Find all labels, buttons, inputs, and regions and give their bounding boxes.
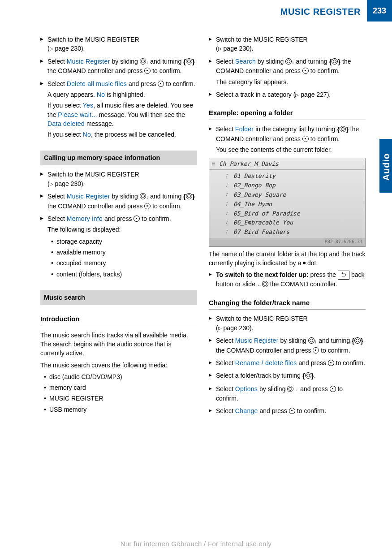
paragraph: The music search finds tracks via all av… — [40, 331, 197, 358]
section-heading-search: Music search — [40, 290, 197, 305]
step: Select Memory info and press to confirm.… — [40, 214, 197, 279]
text: and turning — [317, 337, 352, 344]
list-item: USB memory — [44, 405, 197, 414]
text: Select — [47, 193, 67, 200]
bracket-right-icon: } — [192, 58, 195, 65]
sub-text: If you select Yes, all music files are d… — [47, 101, 197, 128]
text: dot. — [306, 259, 318, 267]
folder-up-step: To switch to the next folder up: press t… — [209, 270, 366, 289]
delete-steps: Switch to the MUSIC REGISTER (▷ page 230… — [40, 35, 197, 139]
text: Switch to the MUSIC REGISTER — [47, 36, 139, 43]
step: Select a track in a category (▷ page 227… — [209, 90, 366, 99]
text: to confirm. — [140, 215, 171, 222]
text: the COMAND controller and press — [216, 347, 313, 354]
side-tab-label: Audio — [380, 151, 392, 183]
text: is highlighted. — [105, 91, 145, 98]
step: Select Music Register by sliding ↓ and t… — [209, 336, 366, 355]
controller-turn-icon — [305, 372, 311, 379]
controller-press-icon — [134, 216, 140, 222]
right-column: Switch to the MUSIC REGISTER (▷ page 230… — [209, 35, 366, 419]
folder-screenshot: Ch_Parker_M_Davis 01_Dexterity 02_Bongo … — [209, 158, 366, 246]
step: Switch to the MUSIC REGISTER (▷ page 230… — [40, 170, 197, 188]
subsection-intro: Introduction — [40, 314, 197, 326]
text: and press — [103, 215, 134, 222]
menu-text: Music Register — [67, 58, 110, 65]
sub-text: A query appears. No is highlighted. — [47, 90, 197, 99]
text: press the — [309, 271, 338, 278]
text: message. You will then see the — [97, 111, 185, 118]
menu-text: Change — [235, 407, 258, 414]
text: Select — [216, 58, 235, 65]
text: and press — [297, 359, 328, 366]
text: page 227). — [301, 91, 331, 98]
step: Select Options by sliding → and press to… — [209, 384, 366, 403]
ref-triangle-icon: ▷ — [50, 181, 53, 186]
ref-triangle-icon: ▷ — [295, 92, 299, 97]
list-item: storage capacity — [51, 237, 197, 246]
screenshot-ref: P82.87-6286-31 — [209, 238, 365, 246]
text: If you select — [47, 102, 83, 109]
controller-slide-icon — [308, 337, 314, 344]
bracket-left-icon: { — [302, 372, 305, 379]
paragraph: The music search covers the following me… — [40, 361, 197, 370]
caption: The name of the current folder is at the… — [209, 250, 366, 268]
menu-text: Delete all music files — [67, 80, 127, 87]
text: to confirm. — [334, 359, 365, 366]
ref-triangle-icon: ▷ — [50, 46, 53, 51]
controller-press-icon — [302, 68, 309, 74]
left-column: Switch to the MUSIC REGISTER (▷ page 230… — [40, 35, 197, 419]
step: Select Music Register by sliding ↓ and t… — [40, 57, 197, 76]
track-item: 06_Embracable You — [209, 218, 365, 228]
text: by sliding — [256, 58, 285, 65]
text: and press — [258, 407, 289, 414]
bold-text: To switch to the next folder up: — [216, 271, 309, 278]
page-number: 233 — [367, 0, 392, 22]
text: by sliding — [110, 58, 140, 65]
step: Switch to the MUSIC REGISTER (▷ page 230… — [40, 35, 197, 53]
text: to confirm. — [309, 135, 340, 142]
controller-press-icon — [302, 136, 309, 142]
menu-text: No — [97, 91, 105, 98]
controller-slide-icon — [140, 58, 146, 65]
text: Select — [216, 125, 235, 133]
text: Select — [216, 359, 235, 366]
media-bullets: disc (audio CD/DVD/MP3) memory card MUSI… — [40, 372, 197, 414]
text: and press — [298, 385, 329, 392]
rename-steps: Switch to the MUSIC REGISTER (▷ page 230… — [209, 314, 366, 415]
controller-turn-icon — [186, 58, 192, 65]
text: the COMAND controller. — [268, 280, 337, 288]
subsection-open-folder: Example: opening a folder — [209, 108, 366, 120]
text: page 230). — [224, 45, 254, 52]
search-steps: Switch to the MUSIC REGISTER (▷ page 230… — [209, 35, 366, 99]
text: to confirm. — [151, 203, 181, 210]
bracket-right-icon: } — [192, 193, 195, 200]
controller-slide-icon — [285, 58, 292, 65]
menu-text: Options — [235, 385, 258, 392]
text: by sliding — [279, 337, 308, 344]
step: To switch to the next folder up: press t… — [209, 270, 366, 289]
text: to confirm. — [151, 67, 181, 74]
ref-triangle-icon: ▷ — [218, 326, 222, 331]
text: by sliding — [258, 385, 287, 392]
menu-text: Data deleted — [47, 120, 85, 127]
text: and turning — [148, 193, 183, 200]
arrow-left-icon: ← — [257, 282, 262, 288]
text: Select a track in a category ( — [216, 91, 295, 98]
step: Select a folder/track by turning {}. — [209, 371, 366, 381]
text: Select — [47, 80, 67, 87]
memory-bullets: storage capacity available memory occupi… — [47, 237, 197, 279]
controller-turn-icon — [354, 337, 361, 344]
text: message. — [85, 120, 114, 127]
controller-slide-icon — [262, 281, 268, 287]
text: Select — [216, 337, 235, 344]
controller-press-icon — [144, 203, 151, 209]
section-heading-memory: Calling up memory space information — [40, 151, 197, 165]
text: A query appears. — [47, 91, 97, 98]
menu-text: Music Register — [235, 337, 279, 344]
text: . — [314, 372, 316, 379]
step: Switch to the MUSIC REGISTER (▷ page 230… — [209, 35, 366, 53]
text: Switch to the MUSIC REGISTER — [216, 36, 308, 43]
text: If you select — [47, 131, 83, 138]
controller-press-icon — [289, 408, 295, 414]
content-columns: Switch to the MUSIC REGISTER (▷ page 230… — [0, 22, 392, 419]
